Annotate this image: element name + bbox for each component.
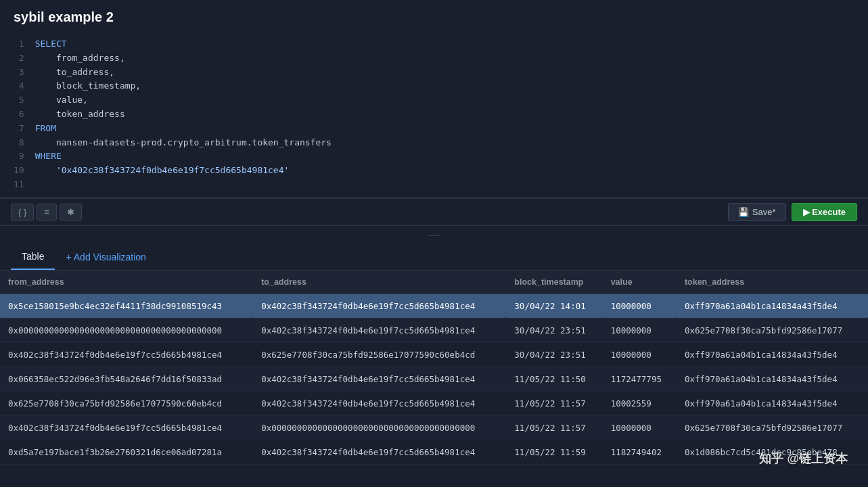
cell-to_address: 0x402c38f343724f0db4e6e19f7cc5d665b4981c…	[253, 367, 506, 391]
results-area: Table + Add Visualization from_address t…	[0, 244, 868, 465]
cell-to_address: 0x402c38f343724f0db4e6e19f7cc5d665b4981c…	[253, 318, 506, 342]
results-table-container[interactable]: from_address to_address block_timestamp …	[0, 271, 868, 465]
add-viz-label: + Add Visualization	[66, 252, 145, 262]
cell-block_timestamp: 30/04/22 14:01	[506, 294, 602, 318]
cell-to_address: 0x402c38f343724f0db4e6e19f7cc5d665b4981c…	[253, 391, 506, 415]
toolbar-right: 💾 Save* ▶ Execute	[728, 203, 857, 221]
cell-block_timestamp: 11/05/22 11:57	[506, 391, 602, 415]
cell-to_address: 0x625e7708f30ca75bfd92586e17077590c60eb4…	[253, 342, 506, 367]
cell-value: 10000000	[603, 318, 677, 342]
cell-token_address: 0x625e7708f30ca75bfd92586e17077	[677, 318, 868, 342]
col-from-address: from_address	[0, 271, 253, 294]
cell-from_address: 0x5ce158015e9bc4ec32ef4411f38dc99108519c…	[0, 294, 253, 318]
col-block-timestamp: block_timestamp	[506, 271, 602, 294]
cell-block_timestamp: 30/04/22 23:51	[506, 318, 602, 342]
table-row: 0x402c38f343724f0db4e6e19f7cc5d665b4981c…	[0, 342, 868, 367]
line-numbers: 1234567891011	[0, 37, 35, 192]
cell-token_address: 0xff970a61a04b1ca14834a43f5de4	[677, 294, 868, 318]
save-button[interactable]: 💾 Save*	[728, 203, 786, 221]
cell-from_address: 0x066358ec522d96e3fb548a2646f7dd16f50833…	[0, 367, 253, 391]
cell-from_address: 0xd5a7e197bace1f3b26e2760321d6ce06ad0728…	[0, 440, 253, 464]
code-content[interactable]: SELECT from_address, to_address, block_t…	[35, 37, 868, 192]
table-row: 0x00000000000000000000000000000000000000…	[0, 318, 868, 342]
cell-from_address: 0x402c38f343724f0db4e6e19f7cc5d665b4981c…	[0, 415, 253, 440]
star-button[interactable]: ✱	[60, 204, 82, 221]
cell-value: 10000000	[603, 342, 677, 367]
table-row: 0x625e7708f30ca75bfd92586e17077590c60eb4…	[0, 391, 868, 415]
execute-label: ▶ Execute	[803, 207, 846, 217]
cell-value: 1182749402	[603, 440, 677, 464]
cell-to_address: 0x00000000000000000000000000000000000000…	[253, 415, 506, 440]
save-label: Save*	[752, 207, 776, 217]
drag-handle[interactable]: ⸻	[0, 226, 868, 244]
cell-value: 10002559	[603, 391, 677, 415]
toolbar-left: { } ≡ ✱	[11, 204, 82, 221]
cell-block_timestamp: 30/04/22 23:51	[506, 342, 602, 367]
cell-token_address: 0x1d086bc7cd5c481dcc9c85ebe478	[677, 440, 868, 464]
execute-button[interactable]: ▶ Execute	[792, 203, 857, 221]
json-view-button[interactable]: { }	[11, 204, 34, 221]
cell-block_timestamp: 11/05/22 11:50	[506, 367, 602, 391]
save-icon: 💾	[738, 207, 749, 217]
code-editor: 1234567891011 SELECT from_address, to_ad…	[0, 32, 868, 198]
table-view-button[interactable]: ≡	[37, 204, 57, 221]
table-row: 0x066358ec522d96e3fb548a2646f7dd16f50833…	[0, 367, 868, 391]
tab-table[interactable]: Table	[11, 244, 55, 270]
toolbar: { } ≡ ✱ 💾 Save* ▶ Execute	[0, 198, 868, 226]
add-visualization-button[interactable]: + Add Visualization	[55, 245, 156, 269]
cell-token_address: 0xff970a61a04b1ca14834a43f5de4	[677, 367, 868, 391]
cell-value: 10000000	[603, 294, 677, 318]
table-body: 0x5ce158015e9bc4ec32ef4411f38dc99108519c…	[0, 294, 868, 464]
cell-from_address: 0x625e7708f30ca75bfd92586e17077590c60eb4…	[0, 391, 253, 415]
cell-token_address: 0x625e7708f30ca75bfd92586e17077	[677, 415, 868, 440]
table-row: 0xd5a7e197bace1f3b26e2760321d6ce06ad0728…	[0, 440, 868, 464]
cell-from_address: 0x00000000000000000000000000000000000000…	[0, 318, 253, 342]
cell-value: 10000000	[603, 415, 677, 440]
cell-from_address: 0x402c38f343724f0db4e6e19f7cc5d665b4981c…	[0, 342, 253, 367]
cell-block_timestamp: 11/05/22 11:57	[506, 415, 602, 440]
cell-to_address: 0x402c38f343724f0db4e6e19f7cc5d665b4981c…	[253, 440, 506, 464]
cell-value: 1172477795	[603, 367, 677, 391]
table-header: from_address to_address block_timestamp …	[0, 271, 868, 294]
cell-block_timestamp: 11/05/22 11:59	[506, 440, 602, 464]
col-value: value	[603, 271, 677, 294]
cell-to_address: 0x402c38f343724f0db4e6e19f7cc5d665b4981c…	[253, 294, 506, 318]
results-table: from_address to_address block_timestamp …	[0, 271, 868, 465]
results-tabs: Table + Add Visualization	[0, 244, 868, 271]
cell-token_address: 0xff970a61a04b1ca14834a43f5de4	[677, 342, 868, 367]
col-token-address: token_address	[677, 271, 868, 294]
col-to-address: to_address	[253, 271, 506, 294]
table-row: 0x402c38f343724f0db4e6e19f7cc5d665b4981c…	[0, 415, 868, 440]
table-row: 0x5ce158015e9bc4ec32ef4411f38dc99108519c…	[0, 294, 868, 318]
page-title: sybil example 2	[0, 0, 868, 32]
cell-token_address: 0xff970a61a04b1ca14834a43f5de4	[677, 391, 868, 415]
